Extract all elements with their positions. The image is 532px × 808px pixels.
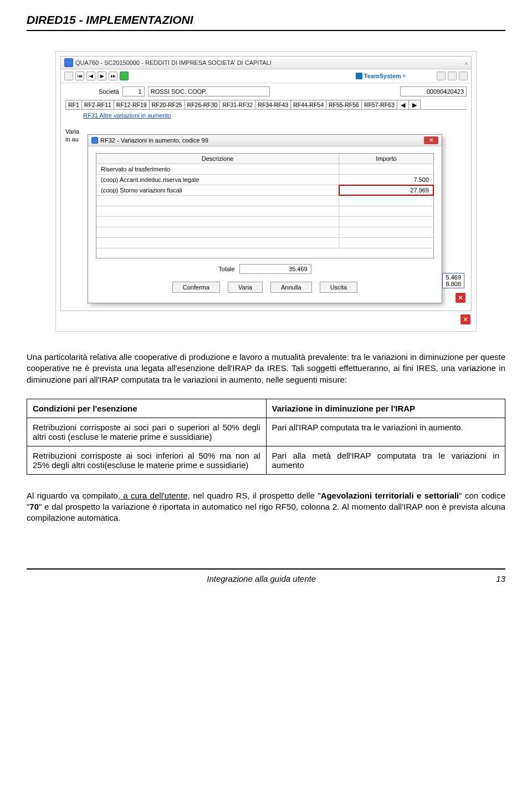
nav-prev-icon[interactable]: ◀ xyxy=(86,72,95,80)
dialog-icon xyxy=(91,137,98,144)
left-cutoff-labels: Varia in au xyxy=(65,128,79,143)
col-importo: Importo xyxy=(339,154,433,164)
th-condizioni: Condizioni per l'esenzione xyxy=(27,399,267,418)
app-icon xyxy=(64,58,73,67)
paragraph-2: Al riguardo va compilato, a cura dell'ut… xyxy=(27,490,505,524)
toolbar-icon-r3[interactable] xyxy=(459,72,468,80)
annulla-button[interactable]: Annulla xyxy=(270,282,312,293)
nav-next-icon[interactable]: ▶ xyxy=(98,72,106,80)
th-variazione: Variazione in diminuzione per l'IRAP xyxy=(266,399,505,418)
tab-rf2-rf11[interactable]: RF2-RF11 xyxy=(81,100,114,109)
grid-row-0[interactable]: Riservato al trasferimento xyxy=(96,164,433,175)
grid-row-empty-1[interactable] xyxy=(96,196,433,206)
tab-rf31-rf32[interactable]: RF31-RF32 xyxy=(219,100,255,109)
grid-header: Descrizione Importo xyxy=(96,154,433,164)
dialog-title-text: RF32 - Variazioni in aumento, codice 99 xyxy=(100,137,208,144)
nav-first-icon[interactable]: ⏮ xyxy=(75,72,84,80)
tab-rf26-rf30[interactable]: RF26-RF30 xyxy=(185,100,221,109)
total-row: Totale xyxy=(96,264,434,274)
societa-num-field[interactable] xyxy=(122,87,145,96)
corner-values-box: 5.469 8.808 xyxy=(442,273,464,288)
cell-val-0 xyxy=(339,164,433,174)
tab-bar: RF1 RF2-RF11 RF12-RF19 RF20-RF25 RF26-RF… xyxy=(65,100,467,110)
cell-val-1: 7.500 xyxy=(339,175,433,185)
grid: Descrizione Importo Riservato al trasfer… xyxy=(96,153,434,258)
cell-r2c2: Pari alla metà dell'IRAP computata tra l… xyxy=(266,446,505,474)
main-titlebar: QUA760 - SC20150000 - REDDITI DI IMPRESA… xyxy=(61,57,471,69)
cell-desc-2: (coop) Storno variazioni fiscali xyxy=(96,185,339,195)
total-field xyxy=(239,264,311,274)
grid-row-empty-2[interactable] xyxy=(96,206,433,217)
rule-top xyxy=(27,30,505,31)
tab-rf12-rf19[interactable]: RF12-RF19 xyxy=(114,100,150,109)
col-descrizione: Descrizione xyxy=(96,154,339,164)
conditions-table: Condizioni per l'esenzione Variazione in… xyxy=(27,399,505,475)
conferma-button[interactable]: Conferma xyxy=(172,282,220,293)
main-toolbar: ⏮ ◀ ▶ ⏭ TeamSystem® xyxy=(61,69,471,83)
main-window: QUA760 - SC20150000 - REDDITI DI IMPRESA… xyxy=(60,56,472,311)
societa-row: Società xyxy=(65,87,467,96)
varia-button[interactable]: Varia xyxy=(228,282,263,293)
page-title: DIRED15 - IMPLEMENTAZIONI xyxy=(27,13,505,27)
dialog-body: Descrizione Importo Riservato al trasfer… xyxy=(88,146,442,303)
close-icon[interactable]: ⨉ xyxy=(464,59,468,67)
tab-rf57-rf63[interactable]: RF57-RF63 xyxy=(361,100,397,109)
societa-name-field[interactable] xyxy=(148,87,270,96)
tab-scroll-right[interactable]: ▶ xyxy=(408,100,421,109)
nav-last-icon[interactable]: ⏭ xyxy=(109,72,117,80)
subrow-rf31: RF31 Altre variazioni in aumento xyxy=(65,110,467,120)
tab-rf44-rf54[interactable]: RF44-RF54 xyxy=(290,100,326,109)
cell-val-2-highlighted: 27.969 xyxy=(339,185,433,195)
grid-row-empty-4[interactable] xyxy=(96,227,433,238)
societa-fisc-field[interactable] xyxy=(400,87,467,96)
toolbar-icon-r1[interactable] xyxy=(437,72,446,80)
paragraph-1: Una particolarità relativa alle cooperat… xyxy=(27,352,505,385)
dialog-close-icon[interactable]: ✕ xyxy=(424,136,438,144)
grid-row-2[interactable]: (coop) Storno variazioni fiscali 27.969 xyxy=(96,185,433,196)
total-label: Totale xyxy=(218,266,234,272)
corner-val-2: 8.808 xyxy=(443,281,463,287)
tab-rf34-rf43[interactable]: RF34-RF43 xyxy=(255,100,291,109)
cell-r2c1: Retribuzioni corrisposte ai soci inferio… xyxy=(27,446,267,474)
tab-rf20-rf25[interactable]: RF20-RF25 xyxy=(149,100,185,109)
tab-rf1[interactable]: RF1 xyxy=(65,100,82,109)
cell-r1c2: Pari all'IRAP computata tra le variazion… xyxy=(266,418,505,446)
main-title-text: QUA760 - SC20150000 - REDDITI DI IMPRESA… xyxy=(75,59,272,66)
help-icon[interactable] xyxy=(120,72,129,80)
societa-label: Società xyxy=(99,88,119,95)
cell-r1c1: Retribuzioni corrisposte ai soci pari o … xyxy=(27,418,267,446)
tab-scroll-left[interactable]: ◀ xyxy=(397,100,409,109)
grid-row-1[interactable]: (coop) Accant.indeduc.riserva legale 7.5… xyxy=(96,175,433,185)
toolbar-icon-r2[interactable] xyxy=(448,72,457,80)
uscita-button[interactable]: Uscita xyxy=(320,282,358,293)
teamsystem-logo: TeamSystem® xyxy=(356,73,406,79)
grid-row-empty-3[interactable] xyxy=(96,217,433,227)
footer-center: Integrazione alla guida utente xyxy=(207,574,316,583)
main-body: Società RF1 RF2-RF11 RF12-RF19 RF20-RF25… xyxy=(61,83,471,125)
footer-right: 13 xyxy=(496,574,505,583)
corner-val-1: 5.469 xyxy=(443,274,463,281)
dialog-titlebar: RF32 - Variazioni in aumento, codice 99 … xyxy=(88,135,442,146)
tab-rf55-rf56[interactable]: RF55-RF56 xyxy=(326,100,362,109)
dialog-rf32: RF32 - Variazioni in aumento, codice 99 … xyxy=(88,134,442,303)
cell-desc-1: (coop) Accant.indeduc.riserva legale xyxy=(96,175,339,185)
screenshot-frame: QUA760 - SC20150000 - REDDITI DI IMPRESA… xyxy=(55,51,477,332)
toolbar-icon-1[interactable] xyxy=(64,72,73,80)
outer-close-icon[interactable]: ✕ xyxy=(461,314,470,324)
dialog-button-row: Conferma Varia Annulla Uscita xyxy=(96,282,434,293)
cell-desc-0: Riservato al trasferimento xyxy=(96,164,339,174)
grid-row-empty-5[interactable] xyxy=(96,238,433,248)
page-footer: Integrazione alla guida utente 13 xyxy=(27,570,505,593)
inner-close-icon[interactable]: ✕ xyxy=(456,293,466,303)
